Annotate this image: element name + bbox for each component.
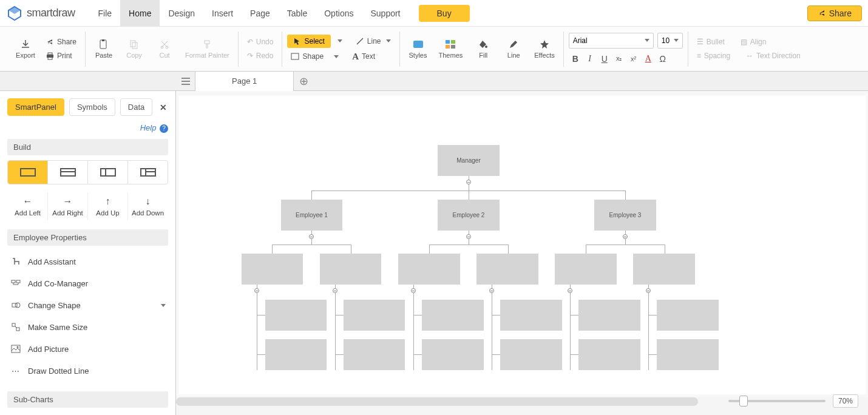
superscript-button[interactable]: x² — [627, 52, 640, 66]
shape-dropdown[interactable] — [330, 53, 341, 61]
org-node-l4-3[interactable] — [422, 300, 484, 331]
shape-tool[interactable]: Shape — [287, 50, 327, 62]
text-tool[interactable]: A Text — [348, 50, 379, 64]
redo-button[interactable]: ↷ Redo — [243, 50, 277, 62]
undo-button[interactable]: ↶ Undo — [243, 36, 277, 48]
menu-page[interactable]: Page — [242, 0, 279, 26]
add-right-button[interactable]: →Add Right — [48, 192, 88, 220]
org-node-emp2[interactable]: Employee 2 — [438, 200, 500, 231]
collapse-node-emp1[interactable] — [309, 234, 314, 239]
collapse-node-gc4[interactable] — [489, 288, 494, 293]
menu-options[interactable]: Options — [316, 0, 362, 26]
dotted-line-button[interactable]: ⋯ Draw Dotted Line — [7, 360, 168, 382]
share-button-top[interactable]: Share — [807, 5, 862, 21]
select-dropdown[interactable] — [333, 37, 345, 45]
select-tool[interactable]: Select — [287, 35, 330, 48]
underline-button[interactable]: U — [598, 52, 611, 66]
zoom-thumb[interactable] — [739, 396, 748, 407]
org-node-l4-4[interactable] — [500, 300, 562, 331]
collapse-node-emp2[interactable] — [466, 234, 471, 239]
share-button[interactable]: Share — [42, 36, 80, 48]
shape-style-2[interactable] — [48, 161, 88, 184]
org-node-l4-6[interactable] — [657, 300, 719, 331]
add-comanager-button[interactable]: Add Co-Manager — [7, 272, 168, 294]
org-node-l5-4[interactable] — [500, 339, 562, 370]
line-style-button[interactable]: Line — [500, 36, 527, 61]
export-button[interactable]: Export — [12, 36, 39, 61]
same-size-button[interactable]: Make Same Size — [7, 316, 168, 338]
add-up-button[interactable]: ↑Add Up — [88, 192, 128, 220]
page-tab[interactable]: Page 1 — [195, 72, 294, 91]
menu-home[interactable]: Home — [120, 0, 160, 26]
org-node-l3-3[interactable] — [398, 254, 460, 285]
cut-button[interactable]: Cut — [151, 36, 178, 61]
font-select[interactable]: Arial — [569, 33, 654, 49]
add-assistant-button[interactable]: Add Assistant — [7, 251, 168, 272]
horizontal-scrollbar[interactable] — [176, 397, 698, 406]
org-node-l4-5[interactable] — [578, 300, 640, 331]
collapse-node-gc6[interactable] — [646, 288, 651, 293]
align-button[interactable]: ▤ Align — [737, 36, 770, 48]
styles-button[interactable]: Styles — [405, 36, 432, 61]
data-tab[interactable]: Data — [120, 98, 152, 116]
italic-button[interactable]: I — [583, 52, 597, 66]
org-node-l5-6[interactable] — [657, 339, 719, 370]
add-picture-button[interactable]: Add Picture — [7, 338, 168, 360]
logo[interactable]: smartdraw — [6, 5, 75, 21]
effects-button[interactable]: Effects — [531, 36, 558, 61]
symbols-tab[interactable]: Symbols — [69, 98, 115, 116]
collapse-node-gc5[interactable] — [568, 288, 572, 293]
add-left-button[interactable]: ←Add Left — [8, 192, 48, 220]
add-page-button[interactable]: ⊕ — [294, 72, 313, 91]
org-node-l3-1[interactable] — [242, 254, 303, 285]
text-direction-button[interactable]: ↔ Text Direction — [742, 50, 804, 62]
bullet-button[interactable]: ☰ Bullet — [693, 36, 728, 48]
collapse-node-emp3[interactable] — [623, 234, 628, 239]
zoom-slider[interactable] — [728, 400, 826, 402]
menu-file[interactable]: File — [90, 0, 121, 26]
bold-button[interactable]: B — [569, 52, 582, 66]
menu-support[interactable]: Support — [362, 0, 409, 26]
copy-button[interactable]: Copy — [121, 36, 147, 61]
font-size-select[interactable]: 10 — [657, 33, 683, 49]
zoom-value[interactable]: 70% — [833, 394, 858, 408]
org-node-l4-2[interactable] — [344, 300, 405, 331]
symbol-button[interactable]: Ω — [656, 52, 670, 66]
buy-button[interactable]: Buy — [419, 5, 470, 22]
menu-design[interactable]: Design — [160, 0, 203, 26]
spacing-button[interactable]: ≡ Spacing — [693, 50, 734, 62]
org-node-emp3[interactable]: Employee 3 — [594, 200, 656, 231]
org-node-l5-1[interactable] — [265, 339, 327, 370]
org-node-l3-6[interactable] — [633, 254, 695, 285]
smartpanel-tab[interactable]: SmartPanel — [7, 98, 64, 116]
fill-button[interactable]: Fill — [470, 36, 497, 61]
collapse-node-gc2[interactable] — [333, 288, 337, 293]
collapse-node-gc3[interactable] — [411, 288, 416, 293]
menu-table[interactable]: Table — [279, 0, 316, 26]
org-node-l5-5[interactable] — [578, 339, 640, 370]
font-color-button[interactable]: A — [642, 52, 655, 66]
paste-button[interactable]: Paste — [90, 36, 117, 61]
org-node-l4-1[interactable] — [265, 300, 327, 331]
menu-insert[interactable]: Insert — [203, 0, 242, 26]
collapse-node-manager[interactable] — [466, 180, 471, 184]
add-down-button[interactable]: ↓Add Down — [128, 192, 168, 220]
subscript-button[interactable]: x₂ — [612, 52, 626, 66]
org-node-l3-2[interactable] — [320, 254, 381, 285]
org-node-l5-2[interactable] — [344, 339, 405, 370]
org-node-l3-4[interactable] — [476, 254, 538, 285]
close-panel-button[interactable]: ✕ — [160, 103, 167, 112]
shape-style-3[interactable] — [88, 161, 128, 184]
org-node-l5-3[interactable] — [422, 339, 484, 370]
themes-button[interactable]: Themes — [435, 36, 467, 61]
canvas-paper[interactable]: Manager Employee 1 Employee 2 Employee 3 — [178, 96, 866, 394]
org-node-l3-5[interactable] — [555, 254, 617, 285]
format-painter-button[interactable]: Format Painter — [181, 36, 233, 61]
collapse-node-gc1[interactable] — [254, 288, 259, 293]
org-node-emp1[interactable]: Employee 1 — [281, 200, 342, 231]
print-button[interactable]: Print — [42, 50, 80, 62]
page-list-button[interactable] — [176, 72, 195, 91]
shape-style-1[interactable] — [8, 161, 48, 184]
change-shape-button[interactable]: Change Shape — [7, 294, 168, 316]
line-tool[interactable]: Line — [352, 35, 395, 47]
